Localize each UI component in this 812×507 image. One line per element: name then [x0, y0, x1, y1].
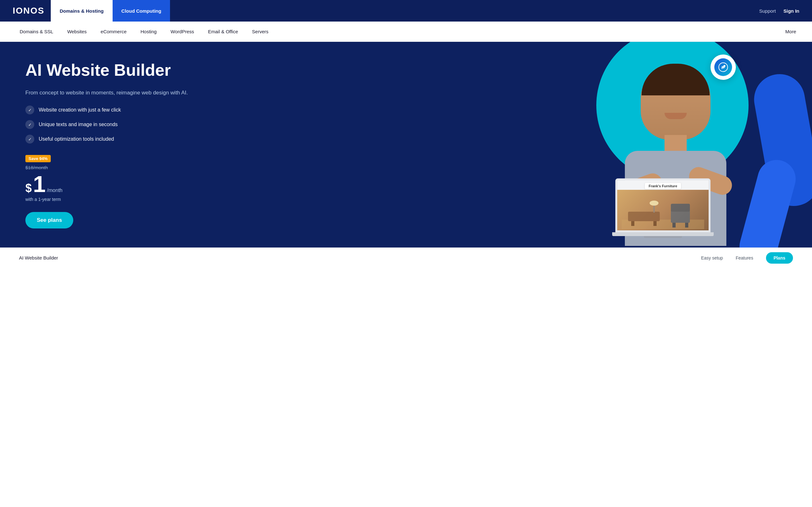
person-hair [642, 64, 710, 95]
sticky-easy-setup[interactable]: Easy setup [701, 256, 723, 261]
check-icon-1: ✓ [26, 106, 34, 114]
feature-item-1: ✓ Website creation with just a few click [26, 106, 216, 114]
brand-logo[interactable]: IONOS [13, 6, 44, 16]
check-icon-3: ✓ [26, 135, 34, 144]
nav-wordpress[interactable]: WordPress [164, 21, 201, 42]
feature-list: ✓ Website creation with just a few click… [26, 106, 216, 144]
nav-domains-ssl[interactable]: Domains & SSL [13, 21, 60, 42]
svg-rect-9 [671, 210, 690, 223]
original-price: $18/month [26, 165, 216, 170]
secondary-navigation: Domains & SSL Websites eCommerce Hosting… [0, 21, 812, 42]
nav-servers[interactable]: Servers [245, 21, 275, 42]
blue-shape-bottom [735, 156, 800, 248]
price-period: /month [47, 187, 62, 193]
sticky-bottom-nav: Easy setup Features Plans [701, 252, 793, 264]
feature-text-1: Website creation with just a few click [39, 107, 121, 113]
sticky-bottom-bar: AI Website Builder Easy setup Features P… [0, 247, 812, 268]
support-link[interactable]: Support [759, 8, 776, 14]
nav-hosting[interactable]: Hosting [134, 21, 164, 42]
price-row: $ 1 /month [26, 173, 216, 195]
top-nav-right: Support Sign In [759, 8, 799, 14]
see-plans-button[interactable]: See plans [26, 212, 73, 228]
check-icon-2: ✓ [26, 120, 34, 129]
hero-visual [365, 42, 812, 247]
svg-rect-10 [671, 204, 690, 212]
top-nav-left: IONOS Domains & Hosting Cloud Computing [13, 0, 170, 21]
laptop-screen-inner: Frank's Furniture [617, 180, 709, 230]
hero-subtitle: From concept to website in moments, reim… [26, 89, 216, 97]
hero-section: Frank's Furniture [0, 42, 812, 247]
svg-point-8 [650, 201, 658, 206]
sticky-plans-button[interactable]: Plans [766, 252, 793, 264]
furniture-image [617, 190, 709, 230]
ai-icon [714, 58, 732, 76]
price-number: 1 [33, 173, 46, 195]
svg-rect-11 [672, 223, 676, 228]
laptop-base [612, 232, 714, 236]
price-term: with a 1-year term [26, 197, 216, 202]
hero-content: AI Website Builder From concept to websi… [26, 61, 216, 228]
feature-text-2: Unique texts and image in seconds [39, 122, 118, 127]
sticky-bottom-title: AI Website Builder [19, 255, 58, 261]
person-smile [664, 113, 687, 119]
nav-ecommerce[interactable]: eCommerce [94, 21, 134, 42]
sticky-features[interactable]: Features [735, 256, 753, 261]
svg-rect-4 [628, 212, 660, 221]
price-dollar-sign: $ [26, 181, 32, 195]
top-navigation: IONOS Domains & Hosting Cloud Computing … [0, 0, 812, 21]
save-badge: Save 94% [26, 155, 51, 162]
laptop-mockup: Frank's Furniture [615, 178, 711, 238]
feature-item-2: ✓ Unique texts and image in seconds [26, 120, 216, 129]
signin-button[interactable]: Sign In [783, 8, 799, 14]
top-nav-tabs: Domains & Hosting Cloud Computing [51, 0, 170, 21]
nav-email-office[interactable]: Email & Office [201, 21, 245, 42]
secondary-nav-items: Domains & SSL Websites eCommerce Hosting… [13, 21, 275, 42]
hero-title: AI Website Builder [26, 61, 216, 80]
blue-shape-right [750, 70, 812, 210]
svg-rect-5 [631, 221, 635, 226]
ai-icon-bubble [711, 55, 736, 80]
svg-rect-12 [685, 223, 688, 228]
laptop-screen: Frank's Furniture [615, 178, 711, 232]
svg-point-2 [721, 68, 722, 69]
feature-text-3: Useful optimization tools included [39, 136, 114, 142]
feature-item-3: ✓ Useful optimization tools included [26, 135, 216, 144]
laptop-foot [644, 236, 682, 238]
tab-cloud-computing[interactable]: Cloud Computing [113, 0, 170, 21]
svg-rect-6 [653, 221, 657, 226]
furniture-store-label: Frank's Furniture [645, 183, 681, 189]
svg-point-1 [723, 65, 725, 67]
tab-domains-hosting[interactable]: Domains & Hosting [51, 0, 112, 21]
nav-more[interactable]: More [782, 22, 799, 41]
nav-websites[interactable]: Websites [60, 21, 94, 42]
